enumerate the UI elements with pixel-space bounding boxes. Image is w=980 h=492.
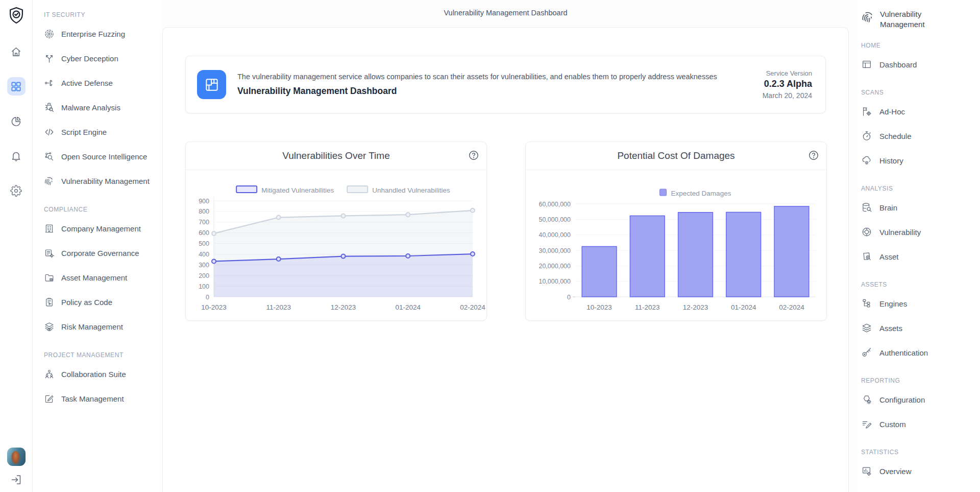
svg-text:50,000,000: 50,000,000 xyxy=(538,216,571,223)
chart-title: Vulnerabilities Over Time xyxy=(186,142,486,170)
rightbar-item-label: Ad-Hoc xyxy=(879,107,905,116)
hierarchy-icon xyxy=(861,298,872,309)
svg-text:11-2023: 11-2023 xyxy=(635,303,660,311)
sidebar-item-vulnerability-management[interactable]: Vulnerability Management xyxy=(44,169,162,193)
bar-chart: 010,000,00020,000,00030,000,00040,000,00… xyxy=(526,171,827,320)
cloud-history-icon xyxy=(861,155,872,166)
sidebar-item-company-management[interactable]: Company Management xyxy=(44,216,162,241)
rightbar-item-label: Configuration xyxy=(879,395,925,404)
svg-text:Mitigated Vulnerabilities: Mitigated Vulnerabilities xyxy=(261,186,334,194)
stopwatch-icon xyxy=(861,130,872,142)
svg-text:12-2023: 12-2023 xyxy=(331,303,356,311)
rightbar-item-schedule[interactable]: Schedule xyxy=(861,124,980,148)
sidebar-item-policy-as-code[interactable]: Policy as Code xyxy=(44,290,162,314)
sidebar-section-header: PROJECT MANAGEMENT xyxy=(44,348,162,362)
svg-text:600: 600 xyxy=(199,229,209,237)
svg-text:100: 100 xyxy=(199,283,209,290)
rightbar-item-engines[interactable]: Engines xyxy=(861,291,980,316)
help-circle-icon[interactable] xyxy=(468,150,479,161)
folder-icon xyxy=(44,272,55,283)
svg-text:40,000,000: 40,000,000 xyxy=(538,231,571,239)
hexagon-gear-icon xyxy=(861,394,872,405)
rightbar-item-label: Authentication xyxy=(879,348,928,357)
rightbar-item-custom[interactable]: Custom xyxy=(861,412,980,436)
svg-text:0: 0 xyxy=(206,294,209,301)
rightbar-section-header: SCANS xyxy=(861,86,980,99)
line-chart-body: 010020030040050060070080090010-202311-20… xyxy=(186,170,486,320)
sidebar-item-label: Risk Management xyxy=(61,322,123,331)
user-avatar[interactable] xyxy=(7,448,26,466)
shield-check-icon xyxy=(7,6,26,25)
bug-search-icon xyxy=(44,102,55,113)
sidebar-section-header: IT SECURITY xyxy=(44,8,162,21)
rightbar-item-label: Dashboard xyxy=(879,60,917,69)
rightbar-item-configuration[interactable]: Configuration xyxy=(861,387,980,412)
service-version-label: Service Version xyxy=(763,69,812,77)
rail-button-grid[interactable] xyxy=(7,77,26,96)
service-title: Vulnerability Management Dashboard xyxy=(237,86,763,97)
sidebar-item-collaboration-suite[interactable]: Collaboration Suite xyxy=(44,362,162,386)
rail-nav xyxy=(7,42,26,200)
sidebar-item-task-management[interactable]: Task Management xyxy=(44,386,162,411)
rightbar-item-vulnerability[interactable]: Vulnerability xyxy=(861,220,980,244)
sidebar-item-malware-analysis[interactable]: Malware Analysis xyxy=(44,95,162,120)
sidebar-item-cyber-deception[interactable]: Cyber Deception xyxy=(44,46,162,71)
sidebar-item-script-engine[interactable]: Script Engine xyxy=(44,120,162,144)
service-version-date: March 20, 2024 xyxy=(763,91,812,100)
fingerprint-icon xyxy=(861,10,875,24)
rightbar-item-history[interactable]: History xyxy=(861,148,980,173)
sidebar-item-label: Asset Management xyxy=(61,273,127,282)
svg-text:12-2023: 12-2023 xyxy=(683,303,708,311)
sidebar-item-open-source-intelligence[interactable]: Open Source Intelligence xyxy=(44,144,162,169)
sidebar-item-label: Company Management xyxy=(61,224,141,233)
right-sidebar-sections: HOMEDashboardSCANSAd-HocScheduleHistoryA… xyxy=(861,39,980,483)
service-info-card: The vulnerability management service all… xyxy=(185,56,826,113)
rightbar-item-asset[interactable]: Asset xyxy=(861,244,980,269)
sidebar-item-enterprise-fuzzing[interactable]: Enterprise Fuzzing xyxy=(44,21,162,46)
line-chart: 010020030040050060070080090010-202311-20… xyxy=(186,171,487,320)
rightbar-item-ad-hoc[interactable]: Ad-Hoc xyxy=(861,99,980,124)
svg-text:20,000,000: 20,000,000 xyxy=(538,263,571,270)
service-description: The vulnerability management service all… xyxy=(237,73,763,81)
service-version-block: Service Version 0.2.3 Alpha March 20, 20… xyxy=(763,69,812,100)
rightbar-item-label: Custom xyxy=(879,420,906,429)
logout-icon[interactable] xyxy=(10,474,22,486)
vulnerabilities-over-time-card: Vulnerabilities Over Time 01002003004005… xyxy=(185,142,487,321)
sidebar-item-active-defense[interactable]: Active Defense xyxy=(44,71,162,95)
branch-icon xyxy=(44,53,55,64)
rail-button-gear[interactable] xyxy=(7,181,26,200)
edit-square-icon xyxy=(44,393,55,404)
rightbar-item-label: Engines xyxy=(879,299,907,308)
sidebar-item-risk-management[interactable]: Risk Management xyxy=(44,314,162,339)
svg-text:700: 700 xyxy=(199,219,209,226)
key-icon xyxy=(861,347,872,358)
chart-gear-icon xyxy=(861,465,872,477)
rail-button-bell[interactable] xyxy=(7,147,26,165)
rightbar-item-label: Overview xyxy=(879,467,912,476)
pen-lines-icon xyxy=(861,418,872,430)
rightbar-item-overview[interactable]: Overview xyxy=(861,459,980,483)
help-circle-icon[interactable] xyxy=(808,150,819,161)
rail-button-home[interactable] xyxy=(7,42,26,61)
chart-title-text: Vulnerabilities Over Time xyxy=(282,150,389,161)
rightbar-item-authentication[interactable]: Authentication xyxy=(861,340,980,365)
doc-search-icon xyxy=(861,251,872,262)
service-info-texts: The vulnerability management service all… xyxy=(237,73,763,97)
potential-cost-card: Potential Cost Of Damages 010,000,00020,… xyxy=(525,142,827,321)
svg-text:01-2024: 01-2024 xyxy=(395,303,421,311)
service-version-number: 0.2.3 Alpha xyxy=(763,79,812,89)
right-sidebar-title: Vulnerability Management xyxy=(861,9,980,30)
rightbar-item-dashboard[interactable]: Dashboard xyxy=(861,52,980,77)
rightbar-item-brain[interactable]: Brain xyxy=(861,195,980,220)
sidebar-item-asset-management[interactable]: Asset Management xyxy=(44,265,162,290)
sidebar-item-corporate-governance[interactable]: Corporate Governance xyxy=(44,241,162,265)
svg-text:300: 300 xyxy=(199,262,209,269)
rightbar-section-header: ANALYSIS xyxy=(861,182,980,195)
globe-target-icon xyxy=(861,226,872,238)
svg-text:800: 800 xyxy=(199,208,209,215)
code-icon xyxy=(44,127,55,137)
page-title: Vulnerability Management Dashboard xyxy=(162,9,849,17)
rail-button-pie-chart[interactable] xyxy=(7,112,26,130)
svg-text:02-2024: 02-2024 xyxy=(779,303,804,311)
rightbar-item-assets[interactable]: Assets xyxy=(861,316,980,340)
